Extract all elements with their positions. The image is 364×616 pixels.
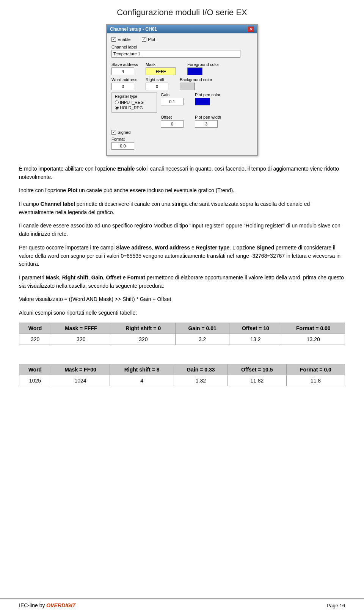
bg-color-swatch[interactable] xyxy=(180,83,195,90)
table2-col-word: Word xyxy=(19,364,51,375)
dialog-body: Enable Plot Channel label Slave address xyxy=(107,33,257,155)
plot-pen-width-label: Plot pen width xyxy=(195,115,225,119)
table1-r1-format: 13.20 xyxy=(282,334,345,345)
channel-label-input[interactable] xyxy=(111,50,240,58)
table-row: 320 320 320 3.2 13.2 13.20 xyxy=(19,334,345,345)
table2-r1-mask: 1024 xyxy=(51,375,110,386)
right-shift-input[interactable] xyxy=(146,83,168,90)
reg-gain-plotpen-row: Register type INPUT_REG HOLD_REG Gain P xyxy=(111,92,253,113)
word-rshift-bg-row: Word address Right shift Background colo… xyxy=(111,77,253,90)
plot-pen-color-label: Plot pen color xyxy=(195,92,233,97)
table1-head: Word Mask = FFFF Right shift = 0 Gain = … xyxy=(19,323,345,334)
mask-input[interactable] xyxy=(146,67,176,75)
fg-color-label: Foreground color xyxy=(187,62,233,67)
plot-label: Plot xyxy=(148,37,155,42)
input-reg-radio-item[interactable]: INPUT_REG xyxy=(115,100,154,105)
enable-label: Enable xyxy=(118,37,130,42)
offset-group: Offset xyxy=(161,115,191,128)
register-type-label: Register type xyxy=(115,94,154,99)
table1-container: Word Mask = FFFF Right shift = 0 Gain = … xyxy=(0,323,364,345)
table1-r1-mask: 320 xyxy=(51,334,111,345)
offset-ppwidth-row: Offset Plot pen width xyxy=(111,115,253,128)
paragraph2: Inoltre con l'opzione Plot un canale può… xyxy=(19,187,345,195)
format-label: Format xyxy=(111,137,253,141)
input-reg-label: INPUT_REG xyxy=(120,100,144,105)
paragraph5: Per questo occorre impostare i tre campi… xyxy=(19,244,345,268)
slave-address-input[interactable] xyxy=(111,67,134,75)
table2-r1-word: 1025 xyxy=(19,375,51,386)
table1-col-gain: Gain = 0.01 xyxy=(176,323,229,334)
table2-col-gain: Gain = 0.33 xyxy=(174,364,228,375)
plot-pen-color-swatch[interactable] xyxy=(195,98,210,105)
signed-row: Signed xyxy=(111,130,253,135)
offset-input[interactable] xyxy=(161,120,184,128)
table1-r1-word: 320 xyxy=(19,334,51,345)
table1: Word Mask = FFFF Right shift = 0 Gain = … xyxy=(19,323,345,345)
plot-checkbox[interactable] xyxy=(142,37,146,42)
hold-reg-label: HOLD_REG xyxy=(120,105,143,110)
bg-color-label: Background color xyxy=(180,77,225,82)
overdigit-brand: OVERDIGIT xyxy=(46,602,75,608)
examples-intro: Alcuni esempi sono riportati nelle segue… xyxy=(19,309,345,317)
body-text-area: È molto importante abilitare con l'opzio… xyxy=(0,165,364,317)
signed-checkbox-item[interactable]: Signed xyxy=(111,130,253,135)
channel-label-group: Channel label xyxy=(111,45,253,58)
slave-address-label: Slave address xyxy=(111,62,142,67)
footer-brand: IEC-line by OVERDIGIT xyxy=(19,602,75,608)
channel-setup-dialog: Channel setup - CH01 ✕ Enable Plot Chann… xyxy=(106,24,258,156)
table2-head: Word Mask = FF00 Right shift = 8 Gain = … xyxy=(19,364,345,375)
footer: IEC-line by OVERDIGIT Page 16 xyxy=(0,599,364,608)
gain-label: Gain xyxy=(161,92,191,97)
format-input[interactable] xyxy=(111,142,134,150)
enable-checkbox[interactable] xyxy=(111,37,116,42)
table2-r1-format: 11.8 xyxy=(286,375,345,386)
page-title: Configurazione moduli I/O serie EX xyxy=(0,0,364,24)
register-type-group: Register type INPUT_REG HOLD_REG xyxy=(111,92,157,113)
table-row: 1025 1024 4 1.32 11.82 11.8 xyxy=(19,375,345,386)
right-shift-group: Right shift xyxy=(146,77,176,90)
hold-reg-radio-item[interactable]: HOLD_REG xyxy=(115,105,154,110)
slave-address-group: Slave address xyxy=(111,62,142,75)
close-button[interactable]: ✕ xyxy=(248,27,254,32)
checkboxes-row: Enable Plot xyxy=(111,37,253,42)
paragraph4: Il canale deve essere associato ad uno s… xyxy=(19,222,345,238)
paragraph3: Il campo Channel label permette di descr… xyxy=(19,200,345,216)
screenshot-area: Channel setup - CH01 ✕ Enable Plot Chann… xyxy=(15,24,349,156)
word-address-label: Word address xyxy=(111,77,142,82)
plot-pen-color-group: Plot pen color xyxy=(195,92,233,113)
offset-label: Offset xyxy=(161,115,191,119)
mask-label: Mask xyxy=(146,62,184,67)
table1-r1-rshift: 320 xyxy=(111,334,176,345)
table1-col-format: Format = 0.00 xyxy=(282,323,345,334)
table2-r1-offset: 11.82 xyxy=(228,375,286,386)
input-reg-radio[interactable] xyxy=(115,100,119,104)
plot-checkbox-item[interactable]: Plot xyxy=(142,37,155,42)
word-address-input[interactable] xyxy=(111,83,134,90)
channel-label-text: Channel label xyxy=(111,45,253,49)
signed-checkbox[interactable] xyxy=(111,130,116,135)
table2: Word Mask = FF00 Right shift = 8 Gain = … xyxy=(19,364,345,386)
hold-reg-radio[interactable] xyxy=(115,106,119,110)
table1-r1-offset: 13.2 xyxy=(229,334,282,345)
dialog-title: Channel setup - CH01 xyxy=(110,27,157,32)
paragraph6: I parametri Mask, Right shift, Gain, Off… xyxy=(19,274,345,290)
slave-mask-fg-row: Slave address Mask Foreground color xyxy=(111,62,253,75)
page-number: Page 16 xyxy=(327,603,345,608)
table2-col-format: Format = 0.0 xyxy=(286,364,345,375)
mask-group: Mask xyxy=(146,62,184,75)
plot-pen-width-group: Plot pen width xyxy=(195,115,225,128)
fg-color-swatch[interactable] xyxy=(187,67,202,75)
table2-r1-gain: 1.32 xyxy=(174,375,228,386)
format-row: Format xyxy=(111,137,253,150)
gain-input[interactable] xyxy=(161,98,184,105)
gain-group: Gain xyxy=(161,92,191,113)
table2-col-rshift: Right shift = 8 xyxy=(110,364,174,375)
table1-col-rshift: Right shift = 0 xyxy=(111,323,176,334)
plot-pen-width-input[interactable] xyxy=(195,120,218,128)
table1-col-word: Word xyxy=(19,323,51,334)
enable-checkbox-item[interactable]: Enable xyxy=(111,37,130,42)
word-address-group: Word address xyxy=(111,77,142,90)
table2-col-offset: Offset = 10.5 xyxy=(228,364,286,375)
table2-r1-rshift: 4 xyxy=(110,375,174,386)
bg-color-group: Background color xyxy=(180,77,225,90)
